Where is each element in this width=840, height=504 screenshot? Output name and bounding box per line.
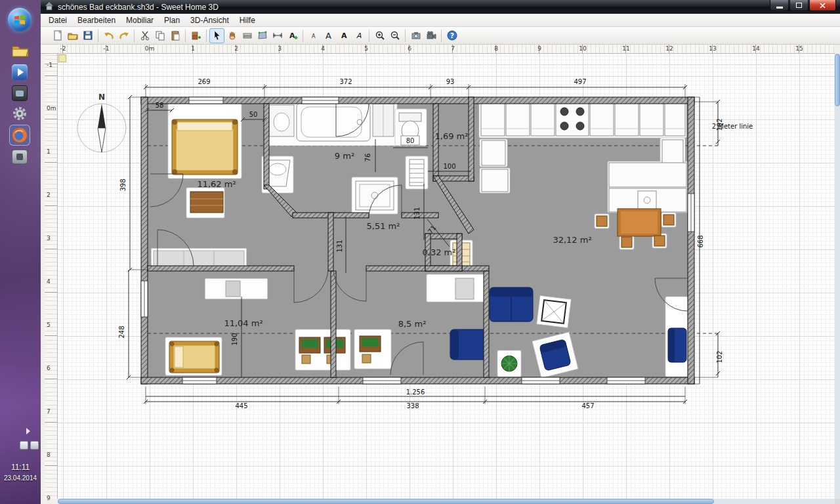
menu-item-bearbeiten[interactable]: Bearbeiten [72, 14, 121, 26]
room-area-label[interactable]: 11,62 m² [197, 179, 236, 189]
undo-button[interactable] [101, 28, 116, 43]
dimension-label[interactable]: 1.256 [406, 388, 425, 396]
help-button[interactable]: ? [444, 28, 459, 43]
copy-button[interactable] [152, 28, 167, 43]
cut-button[interactable] [137, 28, 152, 43]
furniture-kitchen-appliances[interactable] [481, 102, 685, 136]
create-walls-button[interactable] [240, 28, 255, 43]
dimension-label[interactable]: 190 [231, 333, 238, 345]
furniture-counter[interactable] [609, 163, 686, 212]
zoom-in-button[interactable] [372, 28, 387, 43]
furniture-chair[interactable] [663, 215, 674, 225]
furniture-bed-single[interactable] [169, 341, 219, 373]
furniture-bath-cabinet[interactable] [373, 104, 394, 136]
furniture-cabinet-small[interactable] [455, 278, 474, 299]
furniture-coffee-table[interactable] [536, 295, 571, 328]
furniture-towel-radiator[interactable] [410, 159, 424, 186]
horizontal-scrollbar[interactable] [58, 499, 835, 504]
room-area-label[interactable]: 1,69 m² [435, 131, 469, 141]
dimension-label[interactable]: 76 [364, 154, 371, 162]
titlebar[interactable]: schönes Bad eckbank.sh3d - Sweet Home 3D [41, 0, 840, 14]
taskbar-icon-media-player[interactable] [12, 64, 28, 80]
dimension-label[interactable]: 497 [574, 78, 586, 85]
dimension-label[interactable]: 372 [339, 78, 352, 85]
furniture-bathtub[interactable] [297, 103, 370, 141]
start-button[interactable] [8, 8, 32, 32]
furniture-plant[interactable] [501, 356, 517, 371]
increase-text-size-button[interactable]: A [321, 28, 336, 43]
taskbar-icon-gray-app[interactable] [12, 150, 28, 164]
furniture-shower-basin[interactable] [356, 181, 394, 210]
tray-icon-a[interactable] [20, 441, 28, 450]
dimension-label[interactable]: 80 [406, 137, 415, 144]
furniture-dresser[interactable] [190, 192, 223, 213]
menu-item-mobiliar[interactable]: Mobiliar [121, 14, 159, 26]
create-video-button[interactable] [423, 28, 438, 43]
furniture-washbasin[interactable] [269, 105, 294, 136]
dimension-label[interactable]: 269 [198, 78, 210, 85]
room-area-label[interactable]: 8,5 m² [398, 319, 427, 329]
furniture-sofa-medium[interactable] [450, 329, 487, 360]
dimension-label[interactable]: 457 [581, 402, 594, 410]
compass[interactable]: N [77, 93, 126, 152]
taskbar-icon-folder[interactable] [12, 43, 29, 58]
menu-item-hilfe[interactable]: Hilfe [234, 14, 261, 26]
dimension-label[interactable]: 248 [118, 326, 125, 338]
tray-icon-b[interactable] [30, 441, 39, 450]
minimize-button[interactable] [770, 0, 789, 11]
open-plan-button[interactable] [65, 28, 80, 43]
taskbar-icon-firefox[interactable] [9, 125, 30, 146]
taskbar-clock[interactable]: 11:11 [0, 463, 41, 472]
vertical-scrollbar[interactable] [835, 54, 840, 499]
taskbar-icon-settings[interactable] [12, 106, 28, 121]
tray-expand-arrow-icon[interactable] [26, 428, 30, 434]
furniture-cabinet-right[interactable] [662, 140, 683, 166]
italic-button[interactable]: A [351, 28, 366, 43]
room-area-label[interactable]: 0,32 m² [423, 247, 456, 257]
furniture-dining-table[interactable] [618, 209, 661, 236]
room-area-label[interactable]: 11,04 m² [224, 318, 262, 328]
create-dimensions-button[interactable] [270, 28, 285, 43]
close-button[interactable] [809, 0, 836, 11]
zoom-out-button[interactable] [387, 28, 402, 43]
dimension-label[interactable]: 58 [156, 102, 164, 109]
paste-button[interactable] [167, 28, 182, 43]
redo-button[interactable] [116, 28, 131, 43]
decrease-text-size-button[interactable]: A [306, 28, 321, 43]
menu-item-plan[interactable]: Plan [159, 14, 185, 26]
taskbar-icon-dark-app[interactable] [12, 85, 28, 101]
furniture-chair[interactable] [597, 216, 607, 226]
create-rooms-button[interactable] [255, 28, 270, 43]
menu-item-datei[interactable]: Datei [43, 14, 72, 26]
add-text-button[interactable]: A [285, 28, 300, 43]
room-area-label[interactable]: 9 m² [335, 151, 354, 161]
vertical-scrollbar-thumb[interactable] [835, 54, 840, 106]
taskbar-date[interactable]: 23.04.2014 [0, 474, 41, 482]
dimension-label[interactable]: 100 [443, 163, 455, 170]
furniture-sideboard[interactable] [205, 278, 268, 299]
pan-button[interactable] [224, 28, 240, 43]
room-area-label[interactable]: 32,12 m² [553, 235, 591, 245]
dimension-label[interactable]: 338 [406, 402, 419, 410]
maximize-button[interactable] [789, 0, 808, 11]
new-plan-button[interactable] [50, 28, 65, 43]
bold-button[interactable]: A [336, 28, 351, 43]
dimension-label[interactable]: 93 [446, 78, 455, 85]
dimension-label[interactable]: 398 [119, 178, 127, 191]
furniture-chair[interactable] [654, 236, 665, 246]
furniture-sofa-large[interactable] [490, 287, 533, 322]
save-plan-button[interactable] [80, 28, 95, 43]
dimension-label[interactable]: 131 [413, 207, 421, 219]
dimension-label[interactable]: 668 [697, 235, 704, 247]
dimension-label[interactable]: 445 [235, 402, 247, 410]
add-furniture-button[interactable] [188, 28, 203, 43]
horizontal-scrollbar-thumb[interactable] [58, 499, 714, 504]
select-button[interactable] [209, 28, 224, 43]
furniture-sofa-small[interactable] [668, 328, 686, 362]
room-area-label[interactable]: 5,51 m² [367, 221, 400, 231]
menu-item-3d-ansicht[interactable]: 3D-Ansicht [185, 14, 234, 26]
plan-canvas[interactable]: N 26937293497585080100761317113139824819… [58, 54, 835, 499]
dimension-label[interactable]: 2 Meter linie [712, 123, 753, 130]
dimension-label[interactable]: 102 [716, 350, 723, 363]
create-photo-button[interactable] [408, 28, 423, 43]
